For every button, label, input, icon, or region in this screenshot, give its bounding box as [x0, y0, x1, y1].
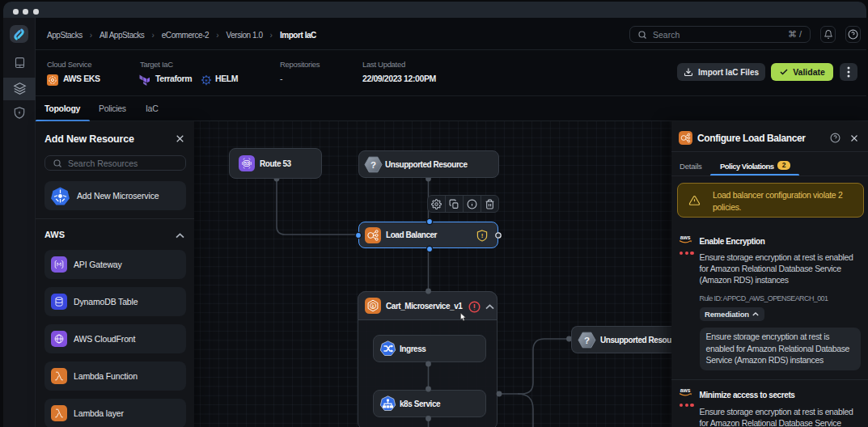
svg-text:aws: aws [680, 387, 691, 393]
svg-text:H: H [205, 79, 208, 82]
svg-text:aws: aws [680, 235, 691, 240]
